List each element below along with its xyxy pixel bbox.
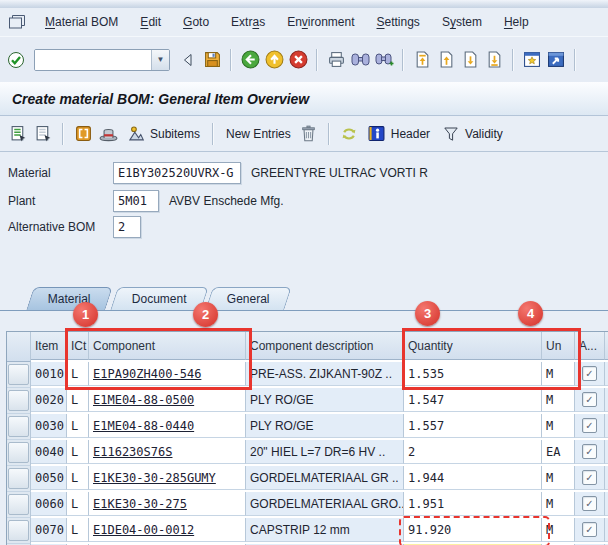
unit-cell[interactable]: M: [542, 414, 575, 438]
subitems-button[interactable]: Subitems: [123, 123, 203, 145]
select-all-cell[interactable]: [7, 332, 31, 362]
next-page-icon[interactable]: [460, 50, 480, 70]
item-cell[interactable]: 0060: [31, 492, 67, 516]
unit-cell[interactable]: M: [542, 388, 575, 412]
system-menu-icon[interactable]: [6, 14, 28, 30]
new-entries-button[interactable]: New Entries: [223, 126, 294, 142]
unit-cell[interactable]: M: [542, 518, 575, 542]
assembly-cell[interactable]: ✓: [575, 492, 605, 516]
quantity-cell[interactable]: 1.547: [404, 388, 542, 412]
row-selector[interactable]: [7, 440, 31, 466]
menu-settings[interactable]: Settings: [366, 12, 431, 32]
quantity-cell[interactable]: 1.557: [404, 414, 542, 438]
save-icon[interactable]: [202, 50, 222, 70]
material-field[interactable]: E1BY302520UVRX-G: [113, 162, 241, 184]
assembly-cell[interactable]: ✓: [575, 440, 605, 464]
unit-cell[interactable]: M: [542, 466, 575, 490]
assembly-checkbox[interactable]: ✓: [582, 444, 597, 459]
assembly-checkbox[interactable]: ✓: [582, 418, 597, 433]
command-field[interactable]: [35, 50, 151, 70]
component-cell[interactable]: E1DE04-00-0012: [89, 518, 246, 542]
assembly-cell[interactable]: ✓: [575, 362, 605, 386]
enter-icon[interactable]: [6, 50, 26, 70]
select-all-icon[interactable]: [8, 124, 28, 144]
assembly-cell[interactable]: ✓: [575, 388, 605, 412]
exit-icon[interactable]: [264, 50, 284, 70]
find-next-icon[interactable]: [374, 50, 394, 70]
new-session-icon[interactable]: [522, 50, 542, 70]
menu-extras[interactable]: Extras: [220, 12, 276, 32]
row-selector[interactable]: [7, 466, 31, 492]
component-cell[interactable]: E1ME04-88-0500: [89, 388, 246, 412]
previous-page-icon[interactable]: [436, 50, 456, 70]
menu-help[interactable]: Help: [493, 12, 540, 32]
shortcut-icon[interactable]: [546, 50, 566, 70]
assembly-checkbox[interactable]: ✓: [582, 366, 597, 381]
ict-cell[interactable]: L: [67, 492, 89, 516]
row-selector[interactable]: [7, 414, 31, 440]
last-page-icon[interactable]: [484, 50, 504, 70]
top-hat-icon[interactable]: [98, 124, 118, 144]
ict-cell[interactable]: L: [67, 362, 89, 386]
menu-goto[interactable]: Goto: [172, 12, 220, 32]
assembly-checkbox[interactable]: ✓: [582, 392, 597, 407]
row-selector[interactable]: [7, 388, 31, 414]
assembly-checkbox[interactable]: ✓: [582, 470, 597, 485]
print-icon[interactable]: [326, 50, 346, 70]
item-cell[interactable]: 0020: [31, 388, 67, 412]
assembly-cell[interactable]: ✓: [575, 518, 605, 542]
copy-item-icon[interactable]: [73, 124, 93, 144]
deselect-all-icon[interactable]: [33, 124, 53, 144]
component-cell[interactable]: E1PA90ZH400-546: [89, 362, 246, 386]
validity-button[interactable]: Validity: [438, 123, 506, 145]
back-icon[interactable]: [240, 50, 260, 70]
ict-cell[interactable]: L: [67, 466, 89, 490]
ict-cell[interactable]: L: [67, 440, 89, 464]
component-cell[interactable]: E116230S76S: [89, 440, 246, 464]
collapse-arrow-icon[interactable]: [178, 50, 198, 70]
assembly-checkbox[interactable]: ✓: [582, 522, 597, 537]
quantity-cell[interactable]: 1.951: [404, 492, 542, 516]
menu-material-bom[interactable]: Material BOM: [34, 12, 129, 32]
unit-cell[interactable]: M: [542, 362, 575, 386]
quantity-cell[interactable]: 1.944: [404, 466, 542, 490]
find-icon[interactable]: [350, 50, 370, 70]
unit-cell[interactable]: EA: [542, 440, 575, 464]
component-cell[interactable]: E1KE30-30-275: [89, 492, 246, 516]
tab-general[interactable]: General: [206, 287, 292, 310]
row-selector[interactable]: [7, 518, 31, 544]
item-cell[interactable]: 0010: [31, 362, 67, 386]
quantity-cell[interactable]: 2: [404, 440, 542, 464]
delete-icon[interactable]: [299, 124, 319, 144]
quantity-cell[interactable]: 1.535: [404, 362, 542, 386]
menu-edit[interactable]: Edit: [129, 12, 172, 32]
plant-row: Plant 5M01 AVBV Enschede Mfg.: [8, 190, 284, 212]
row-selector[interactable]: [7, 362, 31, 388]
command-dropdown-icon[interactable]: ▼: [151, 50, 169, 70]
plant-field[interactable]: 5M01: [113, 190, 159, 212]
unit-cell[interactable]: M: [542, 492, 575, 516]
sort-icon[interactable]: [339, 124, 359, 144]
alternative-bom-field[interactable]: 2: [113, 216, 141, 238]
component-cell[interactable]: E1ME04-88-0440: [89, 414, 246, 438]
cancel-icon[interactable]: [288, 50, 308, 70]
assembly-cell[interactable]: ✓: [575, 466, 605, 490]
item-cell[interactable]: 0070: [31, 518, 67, 542]
menu-system[interactable]: System: [431, 12, 493, 32]
component-cell[interactable]: E1KE30-30-285GUMY: [89, 466, 246, 490]
assembly-cell[interactable]: ✓: [575, 414, 605, 438]
ict-cell[interactable]: L: [67, 388, 89, 412]
row-selector[interactable]: [7, 492, 31, 518]
tab-document[interactable]: Document: [110, 287, 208, 310]
tab-material[interactable]: Material: [26, 287, 112, 310]
item-cell[interactable]: 0050: [31, 466, 67, 490]
ict-cell[interactable]: L: [67, 518, 89, 542]
menu-environment[interactable]: Environment: [276, 12, 365, 32]
item-cell[interactable]: 0030: [31, 414, 67, 438]
first-page-icon[interactable]: [412, 50, 432, 70]
ict-cell[interactable]: L: [67, 414, 89, 438]
quantity-cell[interactable]: 91.920: [404, 518, 542, 542]
assembly-checkbox[interactable]: ✓: [582, 496, 597, 511]
item-cell[interactable]: 0040: [31, 440, 67, 464]
header-button[interactable]: Header: [364, 123, 433, 145]
